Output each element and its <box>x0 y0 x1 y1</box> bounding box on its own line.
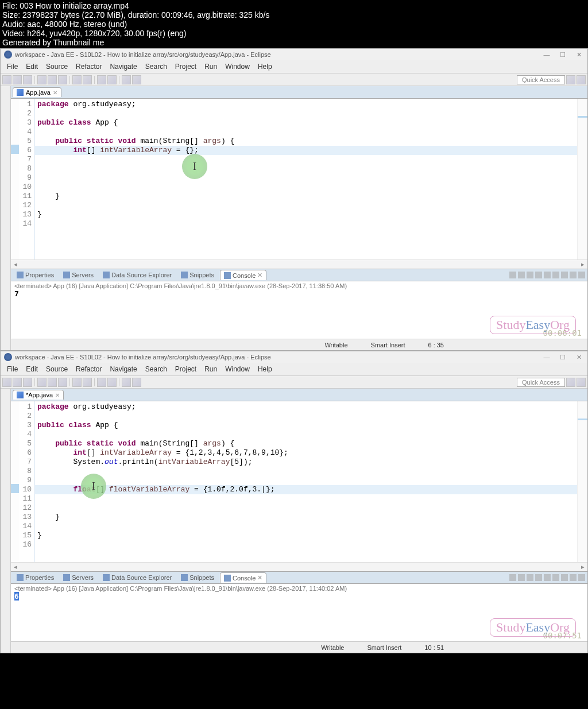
code-line[interactable]: package org.studyeasy; <box>35 100 577 109</box>
titlebar[interactable]: workspace - Java EE - S10L02 - How to in… <box>1 49 587 60</box>
close-tab-icon[interactable]: ✕ <box>257 574 262 582</box>
menu-run[interactable]: Run <box>200 61 221 72</box>
close-button[interactable]: ✕ <box>574 51 584 59</box>
menu-project[interactable]: Project <box>171 364 200 374</box>
overview-ruler[interactable] <box>577 99 587 259</box>
debug-icon[interactable] <box>37 378 47 387</box>
menu-file[interactable]: File <box>3 364 22 374</box>
code-line[interactable]: } <box>35 513 577 522</box>
perspective-icon[interactable] <box>566 75 575 84</box>
code-editor[interactable]: 12345678910111213141516 package org.stud… <box>11 401 587 562</box>
code-line[interactable] <box>35 494 577 503</box>
new-icon[interactable] <box>2 378 11 387</box>
minimize-button[interactable]: — <box>541 354 552 361</box>
code-line[interactable] <box>35 412 577 421</box>
new-class-icon[interactable] <box>83 378 92 387</box>
menu-source[interactable]: Source <box>42 364 72 374</box>
open-type-icon[interactable] <box>107 75 117 84</box>
menu-help[interactable]: Help <box>254 364 276 374</box>
code-line[interactable]: } <box>35 192 577 201</box>
tab-servers[interactable]: Servers <box>60 573 97 582</box>
tab-servers[interactable]: Servers <box>60 270 97 280</box>
remove-launch-icon[interactable] <box>509 574 516 581</box>
maximize-button[interactable]: ☐ <box>558 354 568 361</box>
save-icon[interactable] <box>13 378 22 387</box>
tab-properties[interactable]: Properties <box>13 573 57 582</box>
scroll-left-icon[interactable]: ◂ <box>11 261 20 268</box>
view-minimized-gutter[interactable] <box>1 86 11 350</box>
code-line[interactable] <box>35 503 577 513</box>
menu-search[interactable]: Search <box>141 364 171 374</box>
new-icon[interactable] <box>2 75 11 84</box>
tab-data-source-explorer[interactable]: Data Source Explorer <box>99 573 175 582</box>
view-minimized-gutter[interactable] <box>1 389 11 653</box>
code-line[interactable] <box>35 201 577 210</box>
minimize-view-icon[interactable] <box>570 574 577 581</box>
remove-all-icon[interactable] <box>518 574 525 581</box>
code-line[interactable] <box>35 540 577 549</box>
minimize-button[interactable]: — <box>541 51 552 59</box>
quick-access[interactable]: Quick Access <box>517 378 565 387</box>
debug-icon[interactable] <box>37 75 47 84</box>
minimize-view-icon[interactable] <box>570 272 577 278</box>
console-view[interactable]: <terminated> App (16) [Java Application]… <box>11 584 587 641</box>
close-button[interactable]: ✕ <box>574 354 584 361</box>
code-lines[interactable]: package org.studyeasy;public class App {… <box>35 99 577 259</box>
maximize-button[interactable]: ☐ <box>558 51 568 59</box>
save-all-icon[interactable] <box>23 75 32 84</box>
overview-ruler[interactable] <box>577 401 587 562</box>
code-line[interactable] <box>35 430 577 439</box>
code-line[interactable] <box>35 127 577 137</box>
maximize-view-icon[interactable] <box>578 574 585 581</box>
search-icon[interactable] <box>97 75 106 84</box>
code-line[interactable] <box>35 155 577 164</box>
run-last-icon[interactable] <box>58 378 67 387</box>
clear-console-icon[interactable] <box>527 574 533 581</box>
tab-data-source-explorer[interactable]: Data Source Explorer <box>99 270 175 280</box>
menu-file[interactable]: File <box>3 61 22 72</box>
run-last-icon[interactable] <box>58 75 67 84</box>
tab-properties[interactable]: Properties <box>13 270 57 280</box>
forward-icon[interactable] <box>132 378 141 387</box>
close-tab-icon[interactable]: ✕ <box>55 392 60 398</box>
menu-project[interactable]: Project <box>171 61 200 72</box>
quick-access[interactable]: Quick Access <box>517 75 565 84</box>
menu-help[interactable]: Help <box>254 61 276 72</box>
code-line[interactable]: package org.studyeasy; <box>35 402 577 412</box>
menu-window[interactable]: Window <box>221 61 254 72</box>
menu-edit[interactable]: Edit <box>22 364 42 374</box>
code-line[interactable] <box>35 219 577 228</box>
code-line[interactable]: } <box>35 531 577 540</box>
code-line[interactable]: } <box>35 210 577 219</box>
run-icon[interactable] <box>48 75 57 84</box>
back-icon[interactable] <box>122 75 131 84</box>
menu-source[interactable]: Source <box>42 61 72 72</box>
search-icon[interactable] <box>97 378 106 387</box>
code-line[interactable]: public class App { <box>35 421 577 430</box>
code-line[interactable]: public static void main(String[] args) { <box>35 439 577 448</box>
console-view[interactable]: <terminated> App (16) [Java Application]… <box>11 281 587 339</box>
remove-all-icon[interactable] <box>518 272 525 278</box>
display-console-icon[interactable] <box>552 272 559 278</box>
run-icon[interactable] <box>48 378 57 387</box>
code-line[interactable] <box>35 109 577 118</box>
code-lines[interactable]: package org.studyeasy;public class App {… <box>35 401 577 562</box>
scroll-right-icon[interactable]: ▸ <box>578 261 587 268</box>
java-perspective-icon[interactable] <box>577 75 586 84</box>
tab-console[interactable]: Console✕ <box>220 572 266 583</box>
horizontal-scrollbar[interactable]: ◂ ▸ <box>11 562 587 571</box>
code-line[interactable] <box>35 183 577 192</box>
menu-window[interactable]: Window <box>221 364 254 374</box>
close-tab-icon[interactable]: ✕ <box>53 90 57 96</box>
code-line[interactable]: float[] floatVariableArray = {1.0f,2.0f,… <box>35 485 577 494</box>
java-perspective-icon[interactable] <box>577 378 586 387</box>
open-console-icon[interactable] <box>561 574 568 581</box>
perspective-icon[interactable] <box>566 378 575 387</box>
remove-launch-icon[interactable] <box>509 272 516 278</box>
editor-tab[interactable]: *App.java ✕ <box>13 390 64 400</box>
new-package-icon[interactable] <box>72 378 82 387</box>
open-console-icon[interactable] <box>561 272 568 278</box>
pin-console-icon[interactable] <box>544 272 551 278</box>
menu-refactor[interactable]: Refactor <box>72 61 106 72</box>
code-line[interactable]: int[] intVariableArray = {1,2,3,4,5,6,7,… <box>35 448 577 458</box>
